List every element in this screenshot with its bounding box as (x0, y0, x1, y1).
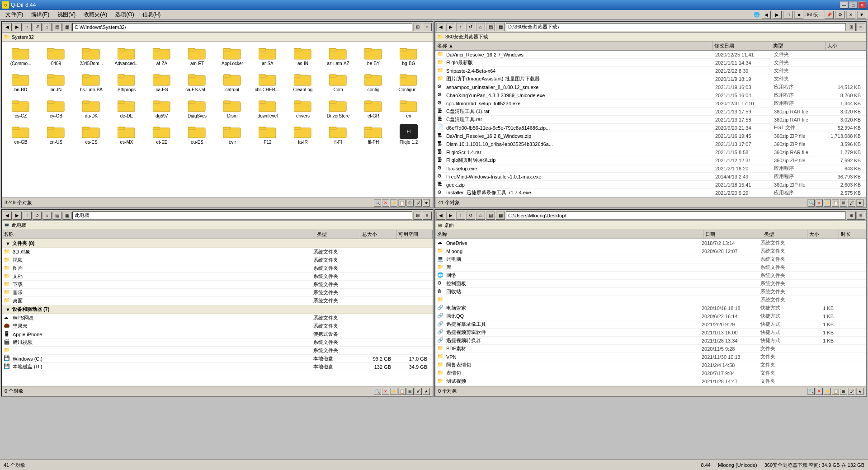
pane1-search[interactable]: 🔍 (374, 199, 381, 207)
col3-free[interactable]: 可用空间 (396, 230, 433, 239)
pane1-refresh[interactable]: ↺ (33, 23, 42, 31)
list-item[interactable]: Advanced... (109, 43, 144, 69)
list-item[interactable]: 🗜 Fliqlo翻页时钟屏保.zip 2021/1/12 12:31 360zi… (435, 156, 866, 164)
pane1-forward[interactable]: ▶ (13, 23, 22, 31)
menu-edit[interactable]: 编辑(E) (28, 10, 53, 19)
list-item[interactable]: 🌐 网络 系统文件夹 (435, 272, 866, 280)
list-item[interactable]: 🌰 坚果云 系统文件夹 (2, 322, 433, 330)
pane1-s4[interactable]: 📋 (398, 199, 406, 207)
list-item[interactable]: 📁 Snipaste-2.4-Beta-x64 2021/2/22 8:39 文… (435, 67, 866, 75)
pane1-file-list[interactable]: (Commo... 0409 2345Dom... Advanced... af… (2, 42, 433, 197)
pane3-s7[interactable]: ★ (423, 388, 430, 395)
pane4-forward[interactable]: ▶ (446, 212, 455, 220)
list-item[interactable]: az-Latn-AZ (321, 43, 355, 69)
list-item[interactable]: fi-FI (321, 122, 355, 147)
menu-info[interactable]: 信息(H) (139, 10, 165, 19)
list-item[interactable]: es-ES (74, 122, 108, 147)
pane2-cancel[interactable]: ✕ (816, 199, 823, 207)
list-item[interactable]: 📁 Fliqlo最新版 2021/1/21 14:34 文件夹 (435, 59, 866, 67)
pane1-view2[interactable]: ▦ (62, 23, 71, 31)
list-item[interactable]: cs-CZ (4, 96, 38, 121)
toolbar-btn-4[interactable]: ■ (794, 11, 803, 19)
pane1-view1[interactable]: ▤ (52, 23, 61, 31)
list-item[interactable]: 📁 DaVinci_Resolve_16.2.7_Windows 2020/12… (435, 51, 866, 59)
list-item[interactable]: af-ZA (145, 43, 179, 69)
list-item[interactable]: 📱 Apple iPhone 便携式设备 (2, 330, 433, 338)
list-item[interactable]: da-DK (74, 96, 108, 121)
pane4-search[interactable]: 🔍 (807, 388, 815, 395)
list-item[interactable]: 🔗 电脑管家 2020/10/16 18:18 快捷方式 1 KB (435, 304, 866, 312)
list-item[interactable]: 📁 音乐 系统文件夹 (2, 289, 433, 297)
pane1-path[interactable]: C:\Windows\System32\ (72, 23, 412, 31)
pane3-cancel[interactable]: ✕ (382, 388, 389, 395)
pane2-s4[interactable]: 📋 (832, 199, 839, 207)
list-item[interactable]: 🔗 迅捷视频转换器 2021/1/28 13:34 快捷方式 1 KB (435, 337, 866, 345)
list-item[interactable]: Configur... (392, 70, 426, 95)
pane2-s6[interactable]: 🖊 (848, 199, 855, 207)
pane4-back[interactable]: ◀ (436, 212, 445, 220)
pane3-forward[interactable]: ▶ (13, 212, 22, 220)
pane2-view-large[interactable]: ⊞ (847, 23, 856, 31)
list-item[interactable]: am-ET (180, 43, 214, 69)
list-item[interactable]: 📁 测试视频 2021/1/28 14:47 文件夹 (435, 377, 866, 385)
list-item[interactable]: Dism (215, 96, 250, 121)
pane3-s6[interactable]: 🖊 (415, 388, 422, 395)
toolbar-btn-3[interactable]: □ (783, 11, 793, 19)
list-item[interactable]: fa-IR (286, 122, 320, 147)
list-item[interactable]: 📁 图片 系统文件夹 (2, 264, 433, 273)
list-item[interactable]: 📁 系统文件夹 (435, 296, 866, 304)
pane3-view-small[interactable]: ≡ (423, 212, 432, 220)
menu-favorites[interactable]: 收藏夹(A) (80, 10, 111, 19)
list-item[interactable]: ⚙ ChaoXingYunPan_4.3.3.23989_Unicode.exe… (435, 91, 866, 99)
pane4-cancel[interactable]: ✕ (816, 388, 823, 395)
list-item[interactable]: ☁ OneDrive 2018/7/2 13:14 系统文件夹 (435, 239, 866, 247)
list-item[interactable]: 0409 (39, 43, 73, 69)
pane3-s5[interactable]: ⊞ (406, 388, 414, 395)
list-item[interactable]: 📁 系统文件夹 (2, 347, 433, 355)
list-item[interactable]: 🗜 Dism 10.1.1001.10_d4ba4eb035254b3326d6… (435, 140, 866, 148)
menu-view[interactable]: 视图(V) (54, 10, 79, 19)
list-item[interactable]: 💾 本地磁盘 (D:) 本地磁盘 132 GB 34.9 GB (2, 363, 433, 371)
list-item[interactable]: FlFliqlo 1.2 (392, 122, 426, 147)
pane1-s5[interactable]: ⊞ (406, 199, 414, 207)
section-header[interactable]: ▼设备和驱动器 (7) (2, 305, 433, 314)
list-item[interactable]: 💾 Windows (C:) 本地磁盘 99.2 GB 17.0 GB (2, 355, 433, 363)
list-item[interactable]: bg-BG (392, 43, 426, 69)
list-item[interactable]: 🔗 腾讯QQ 2020/6/22 16:14 快捷方式 1 KB (435, 312, 866, 320)
list-item[interactable]: ⚙ FreeMind-Windows-Installer-1.0.1-max.e… (435, 173, 866, 181)
pane3-refresh[interactable]: ↺ (33, 212, 42, 220)
maximize-button[interactable]: □ (849, 1, 857, 9)
list-item[interactable]: 📄 d6ef7d00-fb56-11ea-9c5e-791c8a814686.z… (435, 124, 866, 132)
menu-options[interactable]: 选项(O) (112, 10, 137, 19)
list-item[interactable]: cy-GB (39, 96, 73, 121)
list-item[interactable]: 🎬 腾讯视频 系统文件夹 (2, 338, 433, 347)
pane4-s3[interactable]: ⚡ (824, 388, 831, 395)
pane2-refresh[interactable]: ↺ (466, 23, 475, 31)
pane4-view2[interactable]: ▦ (496, 212, 505, 220)
col4-type[interactable]: 类型 (762, 230, 807, 239)
pane4-view-large[interactable]: ⊞ (847, 212, 856, 220)
list-item[interactable]: et-EE (145, 122, 179, 147)
pane3-file-list[interactable]: ▼文件夹 (8) 📁 3D 对象 系统文件夹 📁 视频 系统文件夹 📁 图片 系… (2, 239, 433, 386)
pane4-s5[interactable]: ⊞ (840, 388, 847, 395)
list-item[interactable]: 🗑 回收站 系统文件夹 (435, 288, 866, 296)
pane3-view1[interactable]: ▤ (52, 212, 61, 220)
list-item[interactable]: (Commo... (4, 43, 38, 69)
list-item[interactable]: 🗜 C盘清理工具.rar 2021/1/13 17:58 360zip RAR … (435, 116, 866, 124)
col2-date[interactable]: 修改日期 (712, 42, 771, 50)
list-item[interactable]: es-MX (109, 122, 144, 147)
pane2-home[interactable]: ⌂ (476, 23, 485, 31)
list-item[interactable]: as-IN (286, 43, 320, 69)
pane4-view-small[interactable]: ≡ (856, 212, 865, 220)
col3-name[interactable]: 名称 (2, 230, 315, 239)
pane2-s7[interactable]: ★ (856, 199, 863, 207)
list-item[interactable]: drivers (286, 96, 320, 121)
list-item[interactable]: dg597 (145, 96, 179, 121)
list-item[interactable]: Bthprops (109, 70, 144, 95)
col3-total[interactable]: 总大小 (360, 230, 396, 239)
section-header[interactable]: ▼文件夹 (8) (2, 239, 433, 248)
pane4-s6[interactable]: 🖊 (848, 388, 855, 395)
list-item[interactable]: 📁 库 系统文件夹 (435, 263, 866, 272)
list-item[interactable]: downlevel (250, 96, 285, 121)
col2-size[interactable]: 大小 (826, 42, 866, 50)
